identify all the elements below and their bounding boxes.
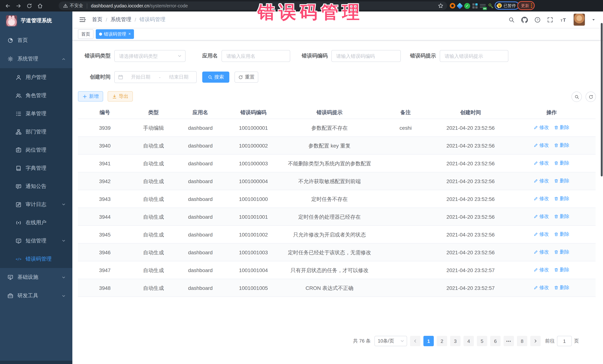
sidebar-logo-row[interactable]: 芋道管理系统 — [0, 11, 72, 30]
sidebar-item-errorcode[interactable]: 错误码管理 — [0, 250, 72, 268]
not-secure-label[interactable]: 不安全 — [70, 3, 83, 9]
avatar[interactable] — [573, 13, 585, 26]
date-range-picker[interactable]: 开始日期 - 结束日期 — [114, 71, 197, 83]
app-name-field[interactable] — [221, 50, 290, 62]
cell-code: 1001000001 — [225, 119, 281, 137]
edit-button[interactable]: 修改 — [534, 284, 549, 291]
extension-paused-pill[interactable]: 已暂停 — [495, 1, 519, 10]
delete-button[interactable]: 删除 — [554, 177, 569, 185]
sidebar-item-dict[interactable]: 字典管理 — [0, 159, 72, 177]
sidebar-item-home[interactable]: 首页 — [0, 31, 72, 50]
error-code-field[interactable] — [331, 50, 401, 62]
edit-button[interactable]: 修改 — [534, 124, 549, 131]
refresh-table-button[interactable] — [586, 92, 596, 102]
edit-button[interactable]: 修改 — [534, 248, 549, 256]
extension-donut-icon[interactable] — [450, 3, 455, 9]
error-type-select-input[interactable] — [115, 53, 185, 59]
sidebar-item-notice[interactable]: 通知公告 — [0, 177, 72, 195]
extension-gem-icon[interactable] — [457, 3, 463, 9]
page-scrollbar[interactable] — [601, 23, 603, 176]
page-button-5[interactable]: 5 — [477, 336, 487, 346]
page-button-6[interactable]: 6 — [490, 336, 500, 346]
tab-错误码管理[interactable]: 错误码管理× — [96, 29, 134, 39]
sidebar-item-post[interactable]: 岗位管理 — [0, 141, 72, 159]
edit-button[interactable]: 修改 — [534, 142, 549, 149]
browser-home-icon[interactable] — [37, 3, 43, 9]
sidebar-item-sms[interactable]: 短信管理 — [0, 232, 72, 250]
error-msg-field[interactable] — [440, 50, 508, 62]
sidebar-item-menu[interactable]: 菜单管理 — [0, 105, 72, 123]
close-tab-icon[interactable]: × — [128, 32, 131, 36]
breadcrumb-item[interactable]: 首页 — [92, 16, 103, 23]
sidebar-item-user[interactable]: 用户管理 — [0, 68, 72, 86]
reset-button[interactable]: 重置 — [234, 72, 258, 83]
delete-button[interactable]: 删除 — [554, 124, 569, 131]
error-code-input[interactable] — [332, 53, 400, 59]
add-button[interactable]: 新增 — [78, 91, 103, 101]
more-pages-button[interactable]: ••• — [504, 336, 514, 346]
extension-grid-icon[interactable] — [472, 3, 477, 8]
page-button-2[interactable]: 2 — [437, 336, 447, 346]
sidebar-item-role[interactable]: 角色管理 — [0, 86, 72, 105]
address-bar[interactable]: 不安全 dashboard.yudao.iocoder.cn /system/e… — [59, 1, 447, 10]
edit-button[interactable]: 修改 — [534, 213, 549, 220]
github-icon[interactable] — [521, 16, 528, 23]
cell-msg: 参数配置不存在 — [281, 119, 378, 137]
sidebar-item-system[interactable]: 系统管理 — [0, 50, 72, 68]
end-date-placeholder[interactable]: 结束日期 — [161, 74, 196, 80]
error-msg-input[interactable] — [440, 53, 508, 59]
edit-button[interactable]: 修改 — [534, 177, 549, 185]
jump-page-input[interactable] — [557, 336, 572, 346]
fullscreen-icon[interactable] — [547, 16, 553, 23]
export-button[interactable]: 导出 — [108, 91, 133, 101]
sidebar-item-audit[interactable]: 审计日志 — [0, 195, 72, 213]
page-button-3[interactable]: 3 — [450, 336, 461, 346]
tab-首页[interactable]: 首页 — [78, 29, 93, 39]
toggle-search-button[interactable] — [571, 92, 582, 102]
delete-button[interactable]: 删除 — [554, 266, 569, 274]
sidebar-item-devtools[interactable]: 研发工具 — [0, 287, 72, 305]
delete-button[interactable]: 删除 — [554, 195, 569, 202]
extension-list-icon[interactable]: on — [480, 3, 486, 8]
start-date-placeholder[interactable]: 开始日期 — [123, 74, 158, 80]
page-button-4[interactable]: 4 — [464, 336, 474, 346]
next-page-button[interactable] — [530, 336, 541, 346]
chevron-down-icon — [177, 54, 182, 58]
sidebar-item-dept[interactable]: 部门管理 — [0, 123, 72, 141]
browser-back-icon[interactable] — [5, 3, 11, 9]
delete-button[interactable]: 删除 — [554, 248, 569, 256]
error-type-select[interactable] — [114, 50, 186, 62]
delete-button[interactable]: 删除 — [554, 231, 569, 238]
sidebar-item-infra[interactable]: 基础设施 — [0, 268, 72, 287]
app-root: 不安全 dashboard.yudao.iocoder.cn /system/e… — [0, 0, 603, 364]
browser-update-button[interactable]: 更新 — [517, 1, 535, 10]
delete-button[interactable]: 删除 — [554, 213, 569, 220]
hamburger-icon[interactable] — [79, 16, 86, 23]
edit-button[interactable]: 修改 — [534, 195, 549, 202]
prev-page-button[interactable] — [410, 336, 420, 346]
browser-reload-icon[interactable] — [26, 3, 32, 9]
page-size-select[interactable]: 10条/页 — [374, 336, 407, 346]
font-size-icon[interactable] — [560, 16, 567, 23]
breadcrumb-item[interactable]: 系统管理 — [111, 16, 131, 23]
page-button-1[interactable]: 1 — [423, 336, 434, 346]
extension-check-icon[interactable]: ✓ — [464, 3, 470, 9]
browser-menu-icon[interactable] — [531, 3, 532, 8]
avatar-caret-down-icon[interactable] — [591, 18, 596, 22]
extension-key-icon[interactable] — [488, 3, 494, 9]
search-button[interactable]: 搜索 — [202, 72, 229, 83]
column-header: 编号 — [78, 106, 132, 119]
help-icon[interactable] — [534, 16, 541, 23]
app-name-input[interactable] — [222, 53, 290, 59]
delete-button[interactable]: 删除 — [554, 284, 569, 291]
browser-forward-icon[interactable] — [16, 3, 22, 9]
edit-button[interactable]: 修改 — [534, 266, 549, 274]
delete-button[interactable]: 删除 — [554, 159, 569, 167]
delete-button[interactable]: 删除 — [554, 142, 569, 149]
edit-button[interactable]: 修改 — [534, 231, 549, 238]
edit-button[interactable]: 修改 — [534, 159, 549, 167]
page-button-8[interactable]: 8 — [517, 336, 527, 346]
sidebar-item-online[interactable]: 在线用户 — [0, 213, 72, 232]
search-icon[interactable] — [508, 16, 515, 23]
bookmark-star-icon[interactable] — [438, 3, 443, 9]
